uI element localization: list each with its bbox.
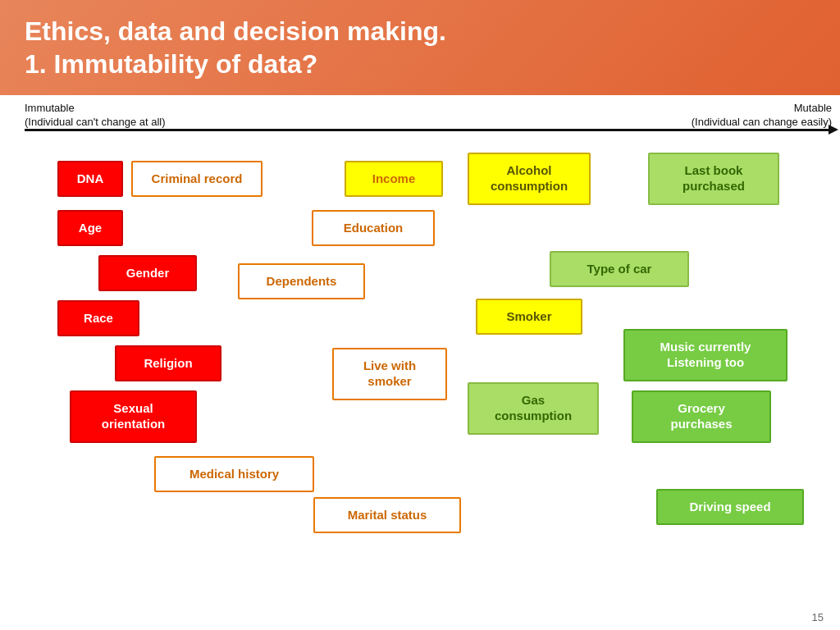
slide-header: Ethics, data and decision making. 1. Imm…: [0, 0, 840, 95]
axis-left-label: Immutable (Individual can't change at al…: [25, 102, 166, 130]
axis-arrow: [25, 129, 832, 131]
tag-criminal-record: Criminal record: [131, 161, 262, 197]
tag-age: Age: [57, 210, 123, 246]
tag-income: Income: [345, 161, 443, 197]
tag-smoker: Smoker: [476, 299, 582, 335]
tag-driving-speed: Driving speed: [656, 489, 804, 525]
tag-music-currently: Music currently Listening too: [623, 329, 788, 381]
tag-race: Race: [57, 300, 139, 336]
tag-medical-history: Medical history: [154, 456, 314, 492]
content-area: DNACriminal recordIncomeAlcohol consumpt…: [0, 136, 840, 612]
axis-container: Immutable (Individual can't change at al…: [0, 95, 840, 136]
tag-gender: Gender: [98, 255, 197, 291]
tag-live-with-smoker: Live with smoker: [332, 348, 447, 400]
tag-alcohol-consumption: Alcohol consumption: [468, 153, 591, 205]
tag-marital-status: Marital status: [313, 497, 461, 533]
tag-religion: Religion: [115, 345, 221, 381]
tag-education: Education: [312, 210, 435, 246]
slide-title: Ethics, data and decision making. 1. Imm…: [25, 15, 446, 80]
tag-sexual-orientation: Sexual orientation: [70, 390, 197, 443]
axis-right-label: Mutable (Individual can change easily): [692, 102, 832, 130]
tag-grocery-purchases: Grocery purchases: [632, 390, 771, 443]
tag-dna: DNA: [57, 161, 123, 197]
tag-dependents: Dependents: [238, 263, 365, 299]
tag-type-of-car: Type of car: [550, 251, 689, 287]
tag-gas-consumption: Gas consumption: [468, 382, 599, 435]
page-number: 15: [812, 611, 824, 623]
tag-last-book-purchased: Last book purchased: [648, 153, 779, 205]
